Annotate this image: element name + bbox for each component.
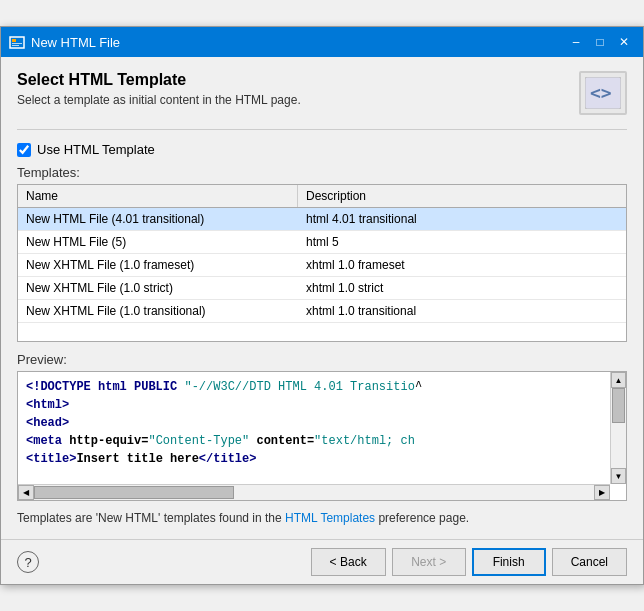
dialog-window: New HTML File – □ ✕ Select HTML Template…: [0, 26, 644, 585]
close-button[interactable]: ✕: [613, 33, 635, 51]
table-row[interactable]: New XHTML File (1.0 frameset) xhtml 1.0 …: [18, 254, 626, 277]
minimize-button[interactable]: –: [565, 33, 587, 51]
v-scroll-thumb[interactable]: [612, 388, 625, 423]
col-desc-header: Description: [298, 185, 626, 207]
use-template-row: Use HTML Template: [17, 142, 627, 157]
header-divider: [17, 129, 627, 130]
use-template-checkbox[interactable]: [17, 143, 31, 157]
row-name: New XHTML File (1.0 frameset): [18, 254, 298, 276]
page-header: Select HTML Template Select a template a…: [17, 71, 627, 115]
info-text: Templates are 'New HTML' templates found…: [17, 511, 627, 525]
table-row[interactable]: New HTML File (5) html 5: [18, 231, 626, 254]
table-body[interactable]: New HTML File (4.01 transitional) html 4…: [18, 208, 626, 341]
templates-table[interactable]: Name Description New HTML File (4.01 tra…: [17, 184, 627, 342]
scroll-left-btn[interactable]: ◀: [18, 485, 34, 500]
scroll-down-btn[interactable]: ▼: [611, 468, 626, 484]
scroll-right-btn[interactable]: ▶: [594, 485, 610, 500]
help-button[interactable]: ?: [17, 551, 39, 573]
page-title: Select HTML Template: [17, 71, 301, 89]
row-name: New XHTML File (1.0 transitional): [18, 300, 298, 322]
page-subtitle: Select a template as initial content in …: [17, 93, 301, 107]
svg-text:<>: <>: [590, 82, 612, 103]
back-button[interactable]: < Back: [311, 548, 386, 576]
title-bar: New HTML File – □ ✕: [1, 27, 643, 57]
h-scroll-track[interactable]: [34, 485, 594, 500]
templates-label: Templates:: [17, 165, 627, 180]
v-scroll-track[interactable]: [611, 388, 626, 468]
nav-buttons: < Back Next > Finish Cancel: [311, 548, 627, 576]
info-text-after: preference page.: [375, 511, 469, 525]
vertical-scrollbar[interactable]: ▲ ▼: [610, 372, 626, 484]
row-name: New HTML File (5): [18, 231, 298, 253]
title-controls: – □ ✕: [565, 33, 635, 51]
finish-button[interactable]: Finish: [472, 548, 546, 576]
table-header: Name Description: [18, 185, 626, 208]
use-template-label[interactable]: Use HTML Template: [37, 142, 155, 157]
table-row[interactable]: New XHTML File (1.0 transitional) xhtml …: [18, 300, 626, 323]
info-text-before: Templates are 'New HTML' templates found…: [17, 511, 285, 525]
button-bar: ? < Back Next > Finish Cancel: [1, 539, 643, 584]
cancel-button[interactable]: Cancel: [552, 548, 627, 576]
preview-container: <!DOCTYPE html PUBLIC "-//W3C//DTD HTML …: [17, 371, 627, 501]
window-title: New HTML File: [31, 35, 120, 50]
svg-rect-3: [12, 45, 19, 46]
svg-rect-2: [12, 43, 22, 44]
dialog-content: Select HTML Template Select a template a…: [1, 57, 643, 539]
preview-label: Preview:: [17, 352, 627, 367]
html-templates-link[interactable]: HTML Templates: [285, 511, 375, 525]
table-row[interactable]: New HTML File (4.01 transitional) html 4…: [18, 208, 626, 231]
col-name-header: Name: [18, 185, 298, 207]
row-desc: xhtml 1.0 transitional: [298, 300, 626, 322]
row-desc: xhtml 1.0 frameset: [298, 254, 626, 276]
header-text: Select HTML Template Select a template a…: [17, 71, 301, 107]
row-desc: html 5: [298, 231, 626, 253]
preview-content: <!DOCTYPE html PUBLIC "-//W3C//DTD HTML …: [18, 372, 626, 500]
h-scroll-thumb[interactable]: [34, 486, 234, 499]
window-icon: [9, 34, 25, 50]
svg-rect-1: [12, 39, 16, 42]
next-button[interactable]: Next >: [392, 548, 466, 576]
row-desc: html 4.01 transitional: [298, 208, 626, 230]
horizontal-scrollbar[interactable]: ◀ ▶: [18, 484, 610, 500]
scroll-up-btn[interactable]: ▲: [611, 372, 626, 388]
header-icon: <>: [579, 71, 627, 115]
row-desc: xhtml 1.0 strict: [298, 277, 626, 299]
svg-rect-0: [10, 37, 24, 48]
maximize-button[interactable]: □: [589, 33, 611, 51]
row-name: New HTML File (4.01 transitional): [18, 208, 298, 230]
row-name: New XHTML File (1.0 strict): [18, 277, 298, 299]
title-bar-left: New HTML File: [9, 34, 120, 50]
table-row[interactable]: New XHTML File (1.0 strict) xhtml 1.0 st…: [18, 277, 626, 300]
